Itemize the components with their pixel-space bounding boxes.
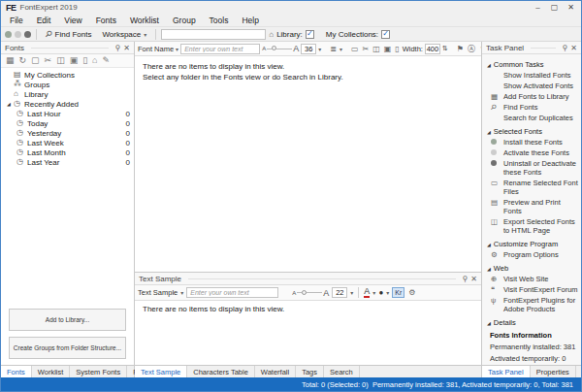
copy-icon[interactable]: ◫ [372,45,381,53]
tab-tags[interactable]: Tags [296,366,324,377]
activate-fonts-icon[interactable] [15,31,21,38]
sample-size-slider[interactable]: A A [292,288,329,298]
section-header-common-tasks[interactable]: ◢ Common Tasks [482,59,581,70]
section-header-customize-program[interactable]: ◢ Customize Program [482,239,581,249]
tab-characters-table[interactable]: Characters Table [187,366,255,377]
kerning-toggle[interactable]: Kr [392,287,404,298]
task-preview-and-print-fonts[interactable]: ▤ Preview and Print Fonts [482,197,581,216]
refresh-icon[interactable]: ↻ [19,56,27,65]
task-program-options[interactable]: ⚙ Program Options [482,249,581,260]
tab-text-sample[interactable]: Text Sample [135,366,187,377]
expander-icon[interactable]: ◢ [7,101,14,107]
library-search-input[interactable] [161,29,266,40]
library-checkbox[interactable]: ✓ [306,30,314,39]
font-size-slider[interactable]: A A [262,44,299,53]
tree-item-last-week[interactable]: ◷ Last Week 0 [1,138,134,147]
style-icon[interactable]: ≣ [329,45,338,53]
tree-item-last-month[interactable]: ◷ Last Month 0 [1,147,134,157]
tab-fonts[interactable]: Fonts [1,366,32,377]
tab-worklist[interactable]: Worklist [32,366,71,377]
autosize-icon[interactable]: Ⓐ [467,44,476,54]
task-show-activated-fonts[interactable]: Show Activated Fonts [482,81,581,91]
task-search-for-duplicates[interactable]: Search for Duplicates [482,113,581,123]
sample-size-select[interactable]: 22 [332,287,347,298]
tab-properties[interactable]: Properties [531,366,576,377]
menu-help[interactable]: Help [235,14,265,27]
task-add-fonts-to-library[interactable]: ▦ Add Fonts to Library [482,91,581,102]
menu-group[interactable]: Group [166,14,203,27]
text-sample-input[interactable] [186,287,278,298]
preview-text-input[interactable] [180,44,260,54]
filter-icon[interactable]: ▼ [478,45,481,53]
tree-item-last-year[interactable]: ◷ Last Year 0 [1,157,134,167]
pin-icon[interactable]: ⚲ [462,275,468,283]
close-panel-icon[interactable]: ✕ [123,44,130,52]
add-fonts-icon[interactable]: ▦ [6,56,15,65]
task-activate-these-fonts[interactable]: Activate these Fonts [482,147,581,158]
menu-file[interactable]: File [3,14,30,27]
paste-icon[interactable]: ▣ [383,45,393,53]
my-collections-checkbox[interactable]: ✓ [381,30,390,39]
task-visit-web-site[interactable]: ⊕ Visit Web Site [482,274,581,284]
section-header-web[interactable]: ◢ Web [482,263,581,274]
task-install-these-fonts[interactable]: Install these Fonts [482,137,581,147]
rename-icon[interactable]: ✎ [103,56,111,65]
spinner-icon[interactable]: ⇅ [442,45,448,52]
menu-view[interactable]: View [57,14,88,27]
deactivate-fonts-icon[interactable] [24,31,31,38]
section-header-selected-fonts[interactable]: ◢ Selected Fonts [482,126,581,137]
copy-icon[interactable]: ◫ [56,56,65,65]
cut-icon[interactable]: ✂ [45,56,52,65]
close-button[interactable]: ✕ [563,2,579,13]
minimize-button[interactable]: – [530,2,546,13]
tree-item-last-hour[interactable]: ◷ Last Hour 0 [1,109,134,118]
tree-item-yesterday[interactable]: ◷ Yesterday 0 [1,128,134,138]
task-visit-fontexpert-forum[interactable]: ❝ Visit FontExpert Forum [482,284,581,295]
font-size-select[interactable]: 36 [301,44,316,54]
pin-icon[interactable]: ⚲ [114,44,120,52]
tree-item-library[interactable]: ⌂ Library [1,89,134,99]
tag-icon[interactable]: ⚑ [456,45,465,53]
rename-icon[interactable]: ▭ [350,45,360,53]
menu-worklist[interactable]: Worklist [123,14,166,27]
task-show-installed-fonts[interactable]: Show Installed Fonts [482,70,581,81]
task-fontexpert-plugins[interactable]: ψ FontExpert Plugins for Adobe Products [482,295,581,314]
delete-icon[interactable]: ▯ [82,56,87,65]
close-panel-icon[interactable]: ✕ [470,275,477,283]
tree-item-my-collections[interactable]: ▤ My Collections [1,70,134,80]
menu-fonts[interactable]: Fonts [89,14,123,27]
workspace-button[interactable]: Workspace ▾ [98,28,150,41]
preview-mode-select[interactable]: Font Name [138,45,174,53]
delete-icon[interactable]: ▯ [394,45,400,53]
add-to-library-button[interactable]: Add to Library... [9,309,126,331]
pin-icon[interactable]: ⚲ [562,44,567,52]
close-panel-icon[interactable]: ✕ [570,44,577,52]
cut-icon[interactable]: ✂ [361,45,370,53]
tree-item-recently-added[interactable]: ◢ ◷ Recently Added [1,99,134,109]
text-sample-mode-select[interactable]: Text Sample [138,288,178,297]
gear-icon[interactable]: ⚙ [407,288,416,297]
width-input[interactable]: 400 [425,44,440,54]
task-uninstall-or-deactivate[interactable]: Uninstall or Deactivate these Fonts [482,158,581,178]
task-export-fonts-to-html[interactable]: ◫ Export Selected Fonts to HTML Page [482,216,581,236]
library-icon[interactable]: ⌂ [92,56,97,65]
find-fonts-button[interactable]: ⚲ Find Fonts [42,28,95,41]
tab-system-fonts[interactable]: System Fonts [70,366,127,377]
install-fonts-icon[interactable] [5,31,12,38]
new-group-icon[interactable]: ▢ [31,56,40,65]
background-color-button[interactable]: ● [378,288,383,297]
tab-search[interactable]: Search [324,366,360,377]
menu-edit[interactable]: Edit [30,14,58,27]
tab-waterfall[interactable]: Waterfall [255,366,296,377]
section-header-details[interactable]: ◢ Details [482,317,581,328]
task-find-fonts[interactable]: ⚲ Find Fonts [482,102,581,113]
tab-task-panel[interactable]: Task Panel [482,366,531,377]
paste-icon[interactable]: ▣ [70,56,79,65]
tree-item-groups[interactable]: ⁂ Groups [1,80,134,89]
menu-tools[interactable]: Tools [203,14,236,27]
font-color-button[interactable]: A [364,287,370,298]
task-rename-selected-font-files[interactable]: ▭ Rename Selected Font Files [482,178,581,197]
create-groups-button[interactable]: Create Groups from Folder Structure... [9,337,126,359]
tree-item-today[interactable]: ◷ Today 0 [1,118,134,128]
maximize-button[interactable]: ▢ [546,2,563,13]
